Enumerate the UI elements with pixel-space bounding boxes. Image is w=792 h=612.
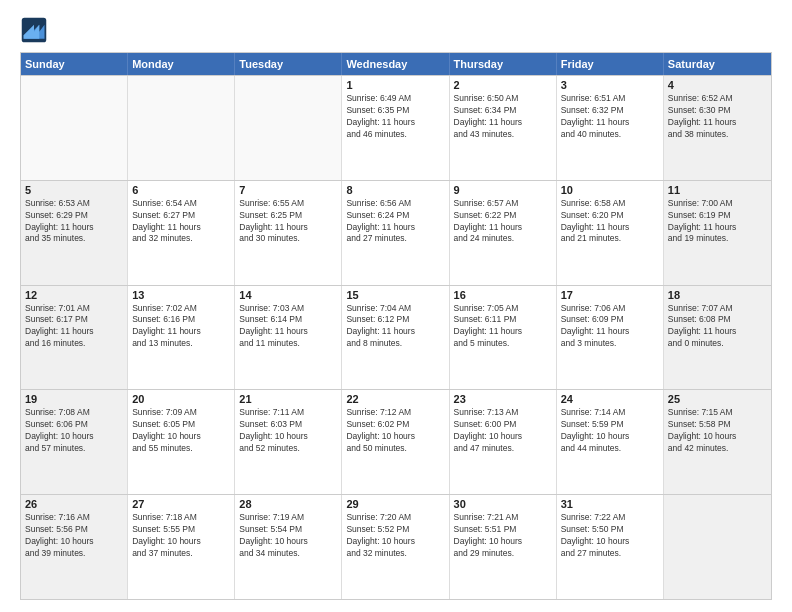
day-info: Sunrise: 7:09 AM Sunset: 6:05 PM Dayligh… bbox=[132, 407, 230, 455]
calendar-cell: 27Sunrise: 7:18 AM Sunset: 5:55 PM Dayli… bbox=[128, 495, 235, 599]
day-info: Sunrise: 6:50 AM Sunset: 6:34 PM Dayligh… bbox=[454, 93, 552, 141]
day-number: 26 bbox=[25, 498, 123, 510]
day-info: Sunrise: 7:18 AM Sunset: 5:55 PM Dayligh… bbox=[132, 512, 230, 560]
calendar-row: 1Sunrise: 6:49 AM Sunset: 6:35 PM Daylig… bbox=[21, 75, 771, 180]
day-number: 27 bbox=[132, 498, 230, 510]
day-info: Sunrise: 7:12 AM Sunset: 6:02 PM Dayligh… bbox=[346, 407, 444, 455]
calendar-cell: 20Sunrise: 7:09 AM Sunset: 6:05 PM Dayli… bbox=[128, 390, 235, 494]
calendar-cell: 8Sunrise: 6:56 AM Sunset: 6:24 PM Daylig… bbox=[342, 181, 449, 285]
calendar-cell: 5Sunrise: 6:53 AM Sunset: 6:29 PM Daylig… bbox=[21, 181, 128, 285]
calendar-cell: 12Sunrise: 7:01 AM Sunset: 6:17 PM Dayli… bbox=[21, 286, 128, 390]
cal-header-cell: Friday bbox=[557, 53, 664, 75]
day-number: 14 bbox=[239, 289, 337, 301]
calendar-row: 5Sunrise: 6:53 AM Sunset: 6:29 PM Daylig… bbox=[21, 180, 771, 285]
day-number: 19 bbox=[25, 393, 123, 405]
page: SundayMondayTuesdayWednesdayThursdayFrid… bbox=[0, 0, 792, 612]
day-info: Sunrise: 7:05 AM Sunset: 6:11 PM Dayligh… bbox=[454, 303, 552, 351]
day-info: Sunrise: 6:53 AM Sunset: 6:29 PM Dayligh… bbox=[25, 198, 123, 246]
day-number: 13 bbox=[132, 289, 230, 301]
day-number: 25 bbox=[668, 393, 767, 405]
cal-header-cell: Monday bbox=[128, 53, 235, 75]
calendar-cell: 30Sunrise: 7:21 AM Sunset: 5:51 PM Dayli… bbox=[450, 495, 557, 599]
day-info: Sunrise: 6:56 AM Sunset: 6:24 PM Dayligh… bbox=[346, 198, 444, 246]
calendar-cell: 21Sunrise: 7:11 AM Sunset: 6:03 PM Dayli… bbox=[235, 390, 342, 494]
day-number: 16 bbox=[454, 289, 552, 301]
calendar-cell: 14Sunrise: 7:03 AM Sunset: 6:14 PM Dayli… bbox=[235, 286, 342, 390]
calendar-cell: 7Sunrise: 6:55 AM Sunset: 6:25 PM Daylig… bbox=[235, 181, 342, 285]
day-number: 8 bbox=[346, 184, 444, 196]
cal-header-cell: Sunday bbox=[21, 53, 128, 75]
calendar-cell: 26Sunrise: 7:16 AM Sunset: 5:56 PM Dayli… bbox=[21, 495, 128, 599]
calendar-row: 19Sunrise: 7:08 AM Sunset: 6:06 PM Dayli… bbox=[21, 389, 771, 494]
day-number: 11 bbox=[668, 184, 767, 196]
calendar-cell: 17Sunrise: 7:06 AM Sunset: 6:09 PM Dayli… bbox=[557, 286, 664, 390]
day-info: Sunrise: 7:20 AM Sunset: 5:52 PM Dayligh… bbox=[346, 512, 444, 560]
day-number: 31 bbox=[561, 498, 659, 510]
calendar-cell: 18Sunrise: 7:07 AM Sunset: 6:08 PM Dayli… bbox=[664, 286, 771, 390]
day-info: Sunrise: 7:02 AM Sunset: 6:16 PM Dayligh… bbox=[132, 303, 230, 351]
cal-header-cell: Thursday bbox=[450, 53, 557, 75]
day-number: 2 bbox=[454, 79, 552, 91]
calendar-body: 1Sunrise: 6:49 AM Sunset: 6:35 PM Daylig… bbox=[21, 75, 771, 599]
day-info: Sunrise: 6:52 AM Sunset: 6:30 PM Dayligh… bbox=[668, 93, 767, 141]
calendar-cell bbox=[21, 76, 128, 180]
calendar-cell bbox=[235, 76, 342, 180]
calendar-cell bbox=[664, 495, 771, 599]
calendar-cell: 25Sunrise: 7:15 AM Sunset: 5:58 PM Dayli… bbox=[664, 390, 771, 494]
day-number: 10 bbox=[561, 184, 659, 196]
day-info: Sunrise: 6:58 AM Sunset: 6:20 PM Dayligh… bbox=[561, 198, 659, 246]
day-number: 9 bbox=[454, 184, 552, 196]
calendar-cell: 16Sunrise: 7:05 AM Sunset: 6:11 PM Dayli… bbox=[450, 286, 557, 390]
calendar-cell: 4Sunrise: 6:52 AM Sunset: 6:30 PM Daylig… bbox=[664, 76, 771, 180]
logo-icon bbox=[20, 16, 48, 44]
day-info: Sunrise: 7:15 AM Sunset: 5:58 PM Dayligh… bbox=[668, 407, 767, 455]
day-number: 24 bbox=[561, 393, 659, 405]
calendar-cell: 2Sunrise: 6:50 AM Sunset: 6:34 PM Daylig… bbox=[450, 76, 557, 180]
day-number: 5 bbox=[25, 184, 123, 196]
calendar-row: 12Sunrise: 7:01 AM Sunset: 6:17 PM Dayli… bbox=[21, 285, 771, 390]
day-number: 17 bbox=[561, 289, 659, 301]
day-number: 29 bbox=[346, 498, 444, 510]
calendar-cell: 28Sunrise: 7:19 AM Sunset: 5:54 PM Dayli… bbox=[235, 495, 342, 599]
header bbox=[20, 16, 772, 44]
day-number: 4 bbox=[668, 79, 767, 91]
day-info: Sunrise: 7:14 AM Sunset: 5:59 PM Dayligh… bbox=[561, 407, 659, 455]
calendar-cell: 6Sunrise: 6:54 AM Sunset: 6:27 PM Daylig… bbox=[128, 181, 235, 285]
day-info: Sunrise: 7:22 AM Sunset: 5:50 PM Dayligh… bbox=[561, 512, 659, 560]
calendar-cell: 22Sunrise: 7:12 AM Sunset: 6:02 PM Dayli… bbox=[342, 390, 449, 494]
day-number: 20 bbox=[132, 393, 230, 405]
day-number: 23 bbox=[454, 393, 552, 405]
calendar-cell: 24Sunrise: 7:14 AM Sunset: 5:59 PM Dayli… bbox=[557, 390, 664, 494]
calendar-cell: 23Sunrise: 7:13 AM Sunset: 6:00 PM Dayli… bbox=[450, 390, 557, 494]
calendar-cell: 19Sunrise: 7:08 AM Sunset: 6:06 PM Dayli… bbox=[21, 390, 128, 494]
day-info: Sunrise: 6:54 AM Sunset: 6:27 PM Dayligh… bbox=[132, 198, 230, 246]
calendar-cell: 9Sunrise: 6:57 AM Sunset: 6:22 PM Daylig… bbox=[450, 181, 557, 285]
day-number: 28 bbox=[239, 498, 337, 510]
logo bbox=[20, 16, 52, 44]
day-number: 3 bbox=[561, 79, 659, 91]
day-number: 21 bbox=[239, 393, 337, 405]
calendar-cell: 31Sunrise: 7:22 AM Sunset: 5:50 PM Dayli… bbox=[557, 495, 664, 599]
cal-header-cell: Tuesday bbox=[235, 53, 342, 75]
day-number: 30 bbox=[454, 498, 552, 510]
day-info: Sunrise: 7:16 AM Sunset: 5:56 PM Dayligh… bbox=[25, 512, 123, 560]
day-info: Sunrise: 6:49 AM Sunset: 6:35 PM Dayligh… bbox=[346, 93, 444, 141]
calendar-cell: 3Sunrise: 6:51 AM Sunset: 6:32 PM Daylig… bbox=[557, 76, 664, 180]
day-info: Sunrise: 7:11 AM Sunset: 6:03 PM Dayligh… bbox=[239, 407, 337, 455]
day-number: 7 bbox=[239, 184, 337, 196]
calendar-cell bbox=[128, 76, 235, 180]
calendar-header-row: SundayMondayTuesdayWednesdayThursdayFrid… bbox=[21, 53, 771, 75]
calendar: SundayMondayTuesdayWednesdayThursdayFrid… bbox=[20, 52, 772, 600]
calendar-cell: 29Sunrise: 7:20 AM Sunset: 5:52 PM Dayli… bbox=[342, 495, 449, 599]
day-number: 1 bbox=[346, 79, 444, 91]
calendar-cell: 11Sunrise: 7:00 AM Sunset: 6:19 PM Dayli… bbox=[664, 181, 771, 285]
day-info: Sunrise: 7:19 AM Sunset: 5:54 PM Dayligh… bbox=[239, 512, 337, 560]
day-info: Sunrise: 7:00 AM Sunset: 6:19 PM Dayligh… bbox=[668, 198, 767, 246]
cal-header-cell: Wednesday bbox=[342, 53, 449, 75]
day-info: Sunrise: 7:07 AM Sunset: 6:08 PM Dayligh… bbox=[668, 303, 767, 351]
day-number: 6 bbox=[132, 184, 230, 196]
day-number: 22 bbox=[346, 393, 444, 405]
day-info: Sunrise: 7:13 AM Sunset: 6:00 PM Dayligh… bbox=[454, 407, 552, 455]
day-info: Sunrise: 6:57 AM Sunset: 6:22 PM Dayligh… bbox=[454, 198, 552, 246]
calendar-cell: 13Sunrise: 7:02 AM Sunset: 6:16 PM Dayli… bbox=[128, 286, 235, 390]
